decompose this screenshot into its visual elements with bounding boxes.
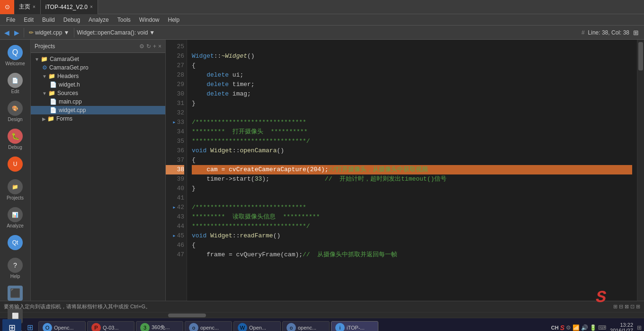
tree-item-pro[interactable]: ⚙ CamaraGet.pro: [31, 63, 165, 72]
arrow-forms: ▶: [42, 116, 46, 122]
tree-item-headers[interactable]: ▼ 📁 Headers: [31, 72, 165, 80]
ln-35: 35: [166, 137, 184, 146]
start-button[interactable]: ⊞: [2, 319, 21, 331]
code-line-33: /******************************: [192, 118, 632, 127]
ln-27: 27: [166, 61, 184, 70]
menu-edit[interactable]: Edit: [20, 16, 37, 24]
sidebar-item-design[interactable]: 🎨 Design: [1, 98, 29, 125]
file-dropdown[interactable]: ✏ widget.cpp ▼: [27, 28, 72, 37]
debug-icon: 🐛: [8, 129, 23, 144]
sidebar-help-label: Help: [10, 274, 20, 279]
code-line-31: }: [192, 99, 632, 108]
panel-close-icon[interactable]: ×: [158, 43, 161, 50]
tree-item-widget-cpp[interactable]: 📄 widget.cpp: [31, 106, 165, 114]
arrow-sources: ▼: [42, 91, 47, 96]
horizontal-scrollbar-thumb[interactable]: [168, 314, 206, 317]
sidebar-item-edit[interactable]: 📄 Edit: [1, 70, 29, 97]
ln-26: 26: [166, 52, 184, 61]
code-line-45: void Widget::readFarme(): [192, 231, 632, 241]
nav-back-btn[interactable]: ◀: [2, 28, 11, 37]
taskbar-icon-1[interactable]: ⊞: [23, 321, 37, 331]
tree-item-forms[interactable]: ▶ 📁 Forms: [31, 114, 165, 123]
sidebar-projects-label: Projects: [7, 195, 24, 200]
menu-window[interactable]: Window: [135, 16, 163, 24]
tree-main-cpp-label: main.cpp: [59, 98, 82, 105]
help-icon: ?: [8, 258, 23, 273]
taskbar-app-openc3[interactable]: o openc...: [282, 321, 330, 331]
menu-analyze[interactable]: Analyze: [85, 16, 113, 24]
code-line-41: [192, 193, 632, 203]
code-line-46: {: [192, 241, 632, 250]
sogou-icon[interactable]: S: [560, 324, 564, 331]
box-icon: ⬛: [8, 286, 23, 301]
taskbar-app-q03[interactable]: P Q-03...: [87, 321, 134, 331]
taskbar-right: CH S ⚙ 📶 🔊 🔋 ⌨ 13:22 2016/1/27 ⊞: [551, 322, 642, 331]
tab-home[interactable]: 主页 ×: [14, 0, 41, 14]
nav-forward-btn[interactable]: ▶: [12, 28, 21, 37]
menu-build[interactable]: Build: [38, 16, 59, 24]
sidebar-item-qtdesign[interactable]: Qt: [1, 232, 29, 254]
second-toolbar: ◀ ▶ ✏ widget.cpp ▼ Widget::openCamara():…: [0, 26, 644, 40]
menu-help[interactable]: Help: [164, 16, 184, 24]
taskbar-app-360[interactable]: 3 360免...: [136, 321, 183, 331]
menu-debug[interactable]: Debug: [60, 16, 84, 24]
bottom-bar-text: 要将输入定向到该虚拟机，请将鼠标指针移入其中或按 Ctrl+G。: [4, 303, 613, 310]
sidebar-item-ubuntu[interactable]: U: [1, 154, 29, 175]
sidebar-item-analyze[interactable]: 📊 Analyze: [1, 204, 29, 231]
sidebar-item-welcome[interactable]: Q Welcome: [1, 42, 29, 69]
sogou-watermark: S: [596, 293, 606, 301]
sidebar-item-box[interactable]: ⬛: [1, 283, 29, 305]
tab-itop[interactable]: iTOP-4412_V2.0 ×: [41, 0, 98, 14]
ln-37: 37: [166, 156, 184, 165]
folder-forms-icon: 📁: [47, 115, 54, 122]
panel-add-icon[interactable]: +: [153, 43, 156, 50]
tray-icon-4: 🔋: [590, 324, 597, 331]
date-display: 2016/1/27: [610, 328, 633, 331]
code-area[interactable]: 25 26 27 28 29 30 31 32 ▶33 34 35 36 37 …: [166, 40, 644, 301]
panel-filter-icon[interactable]: ⚙: [139, 43, 144, 50]
code-line-36: void Widget::openCamara(): [192, 146, 632, 156]
scrollbar-thumb[interactable]: [638, 42, 643, 70]
code-line-29: delete timer;: [192, 80, 632, 89]
tab-home-close[interactable]: ×: [33, 4, 36, 9]
tree-sources-label: Sources: [57, 90, 78, 96]
show-desktop-btn[interactable]: ⊞: [637, 324, 642, 331]
function-dropdown[interactable]: Widget::openCamara(): void ▼: [77, 29, 581, 36]
taskbar-app-openc1[interactable]: O Openc...: [38, 321, 86, 331]
sidebar-item-debug[interactable]: 🐛 Debug: [1, 126, 29, 153]
code-line-42: /******************************: [192, 203, 632, 212]
tab-itop-close[interactable]: ×: [90, 4, 93, 9]
function-dropdown-label: Widget::openCamara(): void: [77, 29, 148, 36]
file-dropdown-arrow: ▼: [63, 29, 69, 36]
edit-icon: 📄: [8, 73, 23, 88]
code-content[interactable]: Widget::~Widget() { delete ui; delete ti…: [187, 40, 637, 301]
menu-tools[interactable]: Tools: [114, 16, 134, 24]
sidebar-item-help[interactable]: ? Help: [1, 255, 29, 282]
taskbar-app-openc2[interactable]: o openc...: [185, 321, 232, 331]
taskbar-app-open[interactable]: W Open...: [233, 321, 281, 331]
line-numbers: 25 26 27 28 29 30 31 32 ▶33 34 35 36 37 …: [166, 40, 187, 301]
tree-item-main-cpp[interactable]: 📄 main.cpp: [31, 97, 165, 106]
project-tree: ▼ 📁 CamaraGet ⚙ CamaraGet.pro ▼ 📁 Header…: [31, 53, 165, 301]
position-extra-btn[interactable]: ⊞: [630, 27, 642, 38]
taskbar-app-itop[interactable]: i iTOP-...: [331, 321, 378, 331]
sidebar-design-label: Design: [8, 117, 22, 122]
menu-file[interactable]: File: [2, 16, 19, 24]
vertical-scrollbar[interactable]: [637, 40, 644, 301]
ln-30: 30: [166, 89, 184, 99]
tree-item-root[interactable]: ▼ 📁 CamaraGet: [31, 55, 165, 63]
code-line-40: }: [192, 184, 632, 193]
ln-38: 38: [166, 165, 184, 174]
panel-sync-icon[interactable]: ↻: [146, 43, 151, 50]
tree-item-sources[interactable]: ▼ 📁 Sources: [31, 89, 165, 97]
tree-item-widget-h[interactable]: 📄 widget.h: [31, 80, 165, 89]
app-icon-q03: P: [91, 323, 101, 331]
sidebar-item-projects[interactable]: 📁 Projects: [1, 176, 29, 203]
app-label-openc2: openc...: [200, 325, 219, 331]
code-line-28: delete ui;: [192, 70, 632, 80]
code-line-25: [192, 42, 632, 52]
horizontal-scrollbar-area[interactable]: [0, 312, 644, 318]
folder-root-icon: 📁: [41, 56, 48, 62]
taskbar: ⊞ ⊞ O Openc... P Q-03... 3 360免... o ope…: [0, 318, 644, 331]
tray-icon-2: 📶: [572, 324, 580, 331]
